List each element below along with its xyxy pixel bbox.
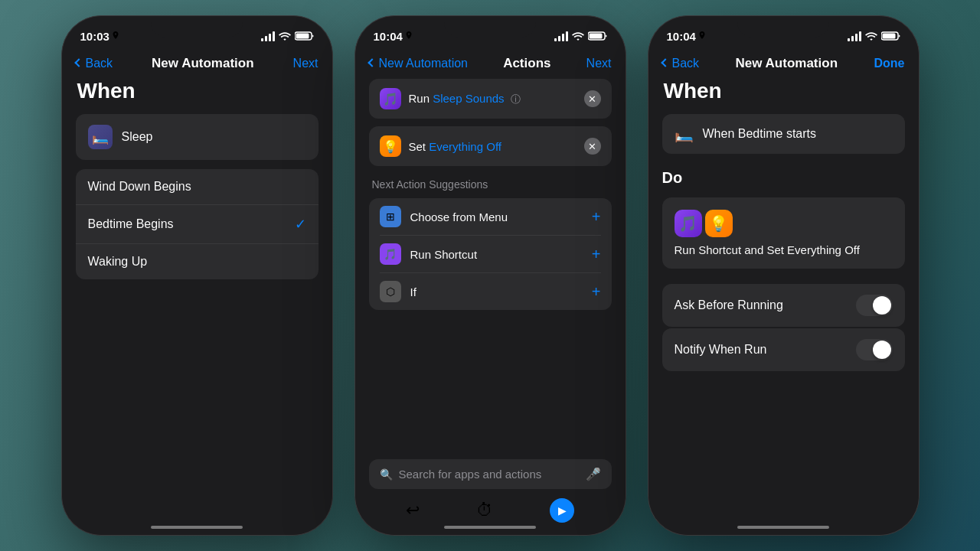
do-card: 🎵 💡 Run Shortcut and Set Everything Off — [662, 197, 905, 269]
sleep-option[interactable]: 🛏️ Sleep — [76, 114, 318, 160]
do-title: Do — [662, 169, 905, 187]
next-button-1[interactable]: Next — [293, 57, 318, 70]
if-label: If — [410, 285, 592, 298]
back-arrow-icon-1 — [74, 58, 83, 67]
status-bar-2: 10:04 — [355, 16, 626, 50]
location-icon-3 — [698, 31, 706, 41]
if-item[interactable]: ⬡ If + — [380, 273, 601, 310]
search-bar[interactable]: 🔍 Search for apps and actions 🎤 — [369, 459, 612, 489]
phone-3: 10:04 — [648, 15, 920, 536]
svg-rect-3 — [589, 34, 602, 39]
back-button-3[interactable]: Back — [662, 57, 700, 70]
sleep-option-group: 🛏️ Sleep — [76, 114, 318, 160]
run-shortcut-label: Run Shortcut — [410, 248, 592, 261]
back-arrow-icon-2 — [368, 58, 376, 67]
choose-menu-label: Choose from Menu — [410, 210, 592, 223]
wind-down-option[interactable]: Wind Down Begins — [76, 169, 318, 205]
status-time-2: 10:04 — [374, 30, 413, 43]
back-button-2[interactable]: New Automation — [369, 57, 469, 70]
play-icon: ▶ — [557, 504, 567, 517]
done-button-3[interactable]: Done — [874, 57, 905, 70]
everything-off-icon: 💡 — [380, 135, 401, 157]
nav-bar-3: Back New Automation Done — [648, 50, 919, 79]
back-label-1: Back — [86, 57, 113, 70]
do-icons: 🎵 💡 — [675, 210, 733, 237]
sleep-sounds-highlight: Sleep Sounds — [433, 92, 504, 105]
set-everything-off-card[interactable]: 💡 Set Everything Off ✕ — [369, 126, 612, 166]
time-display-3: 10:04 — [667, 30, 696, 43]
when-condition-text: When Bedtime starts — [703, 127, 817, 141]
home-indicator-3 — [737, 526, 829, 529]
add-choose-menu[interactable]: + — [592, 208, 601, 226]
run-shortcut-item[interactable]: 🎵 Run Shortcut + — [380, 236, 601, 273]
status-icons-2 — [554, 31, 607, 41]
ask-before-running-row: Ask Before Running — [662, 284, 905, 327]
nav-bar-2: New Automation Actions Next — [355, 50, 626, 79]
back-arrow-icon-3 — [661, 58, 669, 67]
choose-from-menu-item[interactable]: ⊞ Choose from Menu + — [380, 198, 601, 236]
add-if[interactable]: + — [592, 283, 601, 301]
back-label-2: New Automation — [379, 57, 469, 70]
content-1: When 🛏️ Sleep Wind Down Begins Bedtime B… — [62, 79, 332, 279]
set-everything-off-text: Set Everything Off — [409, 140, 501, 153]
wifi-icon-2 — [572, 31, 584, 41]
wifi-icon-3 — [865, 31, 877, 41]
play-button[interactable]: ▶ — [550, 498, 574, 523]
status-bar-3: 10:04 — [648, 16, 919, 50]
sleep-label: Sleep — [122, 130, 306, 144]
nav-bar-1: Back New Automation Next — [62, 50, 332, 79]
remove-action-2[interactable]: ✕ — [584, 138, 601, 155]
run-sleep-sounds-card[interactable]: 🎵 Run Sleep Sounds ⓘ ✕ — [369, 79, 612, 119]
battery-icon-3 — [881, 31, 900, 41]
bedtime-icon: 🛏️ — [675, 125, 694, 143]
ask-before-running-label: Ask Before Running — [675, 298, 783, 312]
notify-when-run-toggle[interactable] — [856, 339, 893, 360]
nav-title-3: New Automation — [736, 56, 838, 71]
home-indicator-1 — [151, 526, 243, 529]
svg-rect-1 — [296, 34, 309, 39]
bedtime-begins-label: Bedtime Begins — [88, 217, 295, 231]
choose-menu-icon: ⊞ — [380, 206, 401, 227]
location-icon-2 — [405, 31, 413, 41]
ask-before-running-toggle[interactable] — [856, 295, 893, 316]
status-time-1: 10:03 — [80, 30, 119, 43]
wifi-icon-1 — [279, 31, 291, 41]
if-icon: ⬡ — [380, 281, 401, 302]
when-title-3: When — [662, 79, 905, 103]
nav-title-1: New Automation — [152, 56, 253, 71]
info-icon: ⓘ — [511, 93, 521, 105]
signal-icon-3 — [848, 31, 861, 41]
content-3: When 🛏️ When Bedtime starts Do 🎵 💡 Run S… — [648, 79, 919, 371]
home-indicator-2 — [444, 526, 536, 529]
waking-up-option[interactable]: Waking Up — [76, 244, 318, 279]
everything-off-highlight: Everything Off — [429, 140, 501, 153]
svg-rect-5 — [882, 34, 895, 39]
sleep-icon: 🛏️ — [88, 125, 113, 149]
waking-up-label: Waking Up — [88, 255, 306, 269]
bottom-toolbar: ↩ ⏱ ▶ — [355, 498, 626, 523]
battery-icon-2 — [588, 31, 607, 41]
run-shortcut-icon: 🎵 — [380, 243, 401, 265]
sub-options-group: Wind Down Begins Bedtime Begins ✓ Waking… — [76, 169, 318, 279]
homekit-icon: 💡 — [705, 210, 733, 237]
mic-icon[interactable]: 🎤 — [586, 467, 601, 481]
next-button-2[interactable]: Next — [586, 57, 612, 70]
bedtime-begins-option[interactable]: Bedtime Begins ✓ — [76, 205, 318, 244]
sleep-sounds-icon: 🎵 — [380, 88, 401, 109]
nav-title-2: Actions — [503, 56, 550, 71]
phone-2: 10:04 — [354, 15, 626, 536]
time-display-1: 10:03 — [80, 30, 109, 43]
undo-icon[interactable]: ↩ — [406, 500, 420, 520]
remove-action-1[interactable]: ✕ — [584, 90, 601, 107]
shortcuts-icon: 🎵 — [675, 210, 702, 237]
clock-icon[interactable]: ⏱ — [476, 500, 493, 520]
suggestions-list: ⊞ Choose from Menu + 🎵 Run Shortcut + ⬡ … — [369, 198, 612, 310]
back-label-3: Back — [672, 57, 700, 70]
add-run-shortcut[interactable]: + — [592, 246, 601, 263]
search-icon: 🔍 — [380, 468, 393, 481]
status-icons-1 — [261, 31, 314, 41]
do-description: Run Shortcut and Set Everything Off — [675, 243, 860, 256]
battery-icon-1 — [295, 31, 314, 41]
search-input[interactable]: Search for apps and actions — [399, 468, 580, 481]
back-button-1[interactable]: Back — [76, 57, 113, 70]
